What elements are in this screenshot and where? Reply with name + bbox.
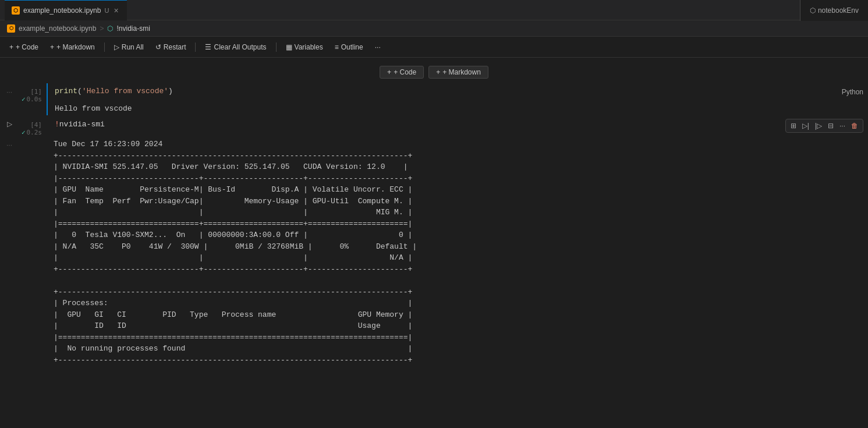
cell-1-gutter: [1] ✓ 0.0s [19, 83, 47, 115]
variables-icon: ▦ [286, 43, 292, 51]
notebook-icon: ⬡ [12, 6, 20, 15]
cell-2-check-icon: ✓ [22, 129, 26, 136]
cell-1-label: [1] [30, 88, 42, 95]
cell-2-time: 0.2s [27, 129, 42, 136]
cell-1-ellipsis: ··· [0, 83, 19, 115]
cell-1-output-text: Hello from vscode [55, 104, 132, 113]
run-all-label: Run All [122, 43, 144, 51]
floating-add-markdown-icon: + [436, 68, 440, 76]
cell-1-string: 'Hello from vscode' [82, 87, 168, 95]
cell-2-output-row: ··· Tue Dec 17 16:23:09 2024 +----------… [0, 136, 868, 368]
notebook-tab[interactable]: ⬡ example_notebook.ipynb U × [5, 0, 127, 20]
toolbar: + + Code + + Markdown ▷ Run All ↺ Restar… [0, 37, 868, 58]
cell-2-bang: ! [55, 120, 59, 129]
add-code-label: + Code [16, 43, 38, 51]
cell-2: ▷ [4] ✓ 0.2s !nvidia-smi Python ⊞ ▷| |▷ … [0, 116, 868, 368]
cell-2-label: [4] [30, 121, 42, 129]
cell-1: ··· [1] ✓ 0.0s print('Hello from vscode'… [0, 83, 868, 115]
tab-label: example_notebook.ipynb [23, 6, 101, 15]
cell-2-body[interactable]: !nvidia-smi [47, 116, 868, 136]
floating-add-code-label: + Code [394, 68, 416, 76]
add-cell-buttons-row: + + Code + + Markdown [0, 62, 868, 82]
toolbar-sep-1 [104, 43, 105, 52]
cell-2-gutter: [4] ✓ 0.2s [19, 116, 47, 136]
tab-close-button[interactable]: × [112, 5, 119, 16]
cell-toolbar-run-above-btn[interactable]: ▷| [800, 121, 812, 131]
cell-2-smi-output: Tue Dec 17 16:23:09 2024 +--------------… [47, 136, 424, 368]
outline-label: Outline [341, 43, 363, 51]
cell-2-code[interactable]: !nvidia-smi [48, 116, 868, 135]
cell-2-run-icon[interactable]: ▷ [0, 116, 19, 136]
cell-1-paren-open: ( [77, 87, 82, 95]
variables-button[interactable]: ▦ Variables [281, 41, 328, 53]
cell-1-paren-close: ) [168, 87, 173, 95]
tab-modified-indicator: U [104, 7, 109, 14]
breadcrumb-file[interactable]: example_notebook.ipynb [19, 24, 96, 33]
notebookenv-label-text: notebookEnv [818, 6, 859, 15]
cell-2-header-row: ▷ [4] ✓ 0.2s !nvidia-smi Python [0, 116, 868, 136]
clear-all-outputs-label: Clear All Outputs [214, 43, 266, 51]
add-markdown-button[interactable]: + + Markdown [45, 41, 100, 53]
title-bar: ⬡ example_notebook.ipynb U × ⚙ ⟳ ⧉ ··· [0, 0, 868, 20]
cell-2-runtime: ✓ 0.2s [22, 129, 42, 136]
notebookenv-button[interactable]: ⬡ notebookEnv [800, 0, 868, 21]
cell-1-runtime: ✓ 0.0s [22, 95, 42, 103]
clear-icon: ☰ [205, 43, 211, 51]
cell-1-print-keyword: print [55, 87, 77, 95]
cell-2-toolbar: ⊞ ▷| |▷ ⊟ ··· 🗑 [785, 119, 863, 133]
floating-add-markdown-button[interactable]: + + Markdown [428, 66, 488, 79]
add-code-icon: + [9, 43, 13, 51]
run-all-button[interactable]: ▷ Run All [109, 41, 148, 53]
cell-2-output-ellipsis: ··· [0, 136, 19, 368]
breadcrumb: ⬡ example_notebook.ipynb > ⬡ !nvidia-smi [0, 20, 868, 37]
cell-1-output: Hello from vscode [48, 102, 868, 115]
more-options-button[interactable]: ··· [370, 41, 385, 53]
cell-toolbar-format-btn[interactable]: ⊞ [788, 121, 799, 131]
floating-add-code-icon: + [387, 68, 391, 76]
cell-2-command: nvidia-smi [59, 120, 105, 129]
cell-toolbar-run-below-btn[interactable]: |▷ [813, 121, 824, 131]
breadcrumb-file-icon: ⬡ [7, 24, 15, 33]
breadcrumb-separator: > [100, 24, 104, 33]
breadcrumb-section[interactable]: !nvidia-smi [116, 24, 150, 33]
add-markdown-label: + Markdown [56, 43, 95, 51]
more-options-label: ··· [375, 43, 381, 51]
floating-add-code-button[interactable]: + + Code [380, 66, 424, 79]
cell-toolbar-delete-btn[interactable]: 🗑 [849, 121, 860, 131]
toolbar-sep-2 [195, 43, 196, 52]
cell-1-code[interactable]: print('Hello from vscode') [48, 83, 868, 102]
notebook-area: + + Code + + Markdown ··· [1] ✓ 0.0s pri… [0, 58, 868, 428]
clear-all-outputs-button[interactable]: ☰ Clear All Outputs [200, 41, 271, 53]
cell-1-body[interactable]: print('Hello from vscode') Hello from vs… [47, 83, 868, 115]
outline-icon: ≡ [335, 43, 339, 51]
run-all-icon: ▷ [114, 43, 119, 51]
toolbar-sep-3 [276, 43, 277, 52]
cell-1-check-icon: ✓ [22, 95, 26, 103]
cell-1-time: 0.0s [27, 95, 42, 103]
outline-button[interactable]: ≡ Outline [330, 41, 368, 53]
add-code-button[interactable]: + + Code [5, 41, 43, 53]
restart-label: Restart [164, 43, 186, 51]
cell-toolbar-collapse-btn[interactable]: ⊟ [826, 121, 836, 131]
cell-toolbar-more-btn[interactable]: ··· [837, 121, 848, 131]
cell-2-output-gutter [19, 136, 47, 368]
floating-add-markdown-label: + Markdown [442, 68, 481, 76]
notebookenv-icon: ⬡ [810, 6, 816, 15]
add-markdown-icon: + [50, 43, 54, 51]
restart-button[interactable]: ↺ Restart [151, 41, 191, 53]
restart-icon: ↺ [155, 43, 161, 51]
breadcrumb-section-icon: ⬡ [107, 24, 113, 33]
variables-label: Variables [295, 43, 323, 51]
cell-1-language: Python [842, 83, 863, 96]
